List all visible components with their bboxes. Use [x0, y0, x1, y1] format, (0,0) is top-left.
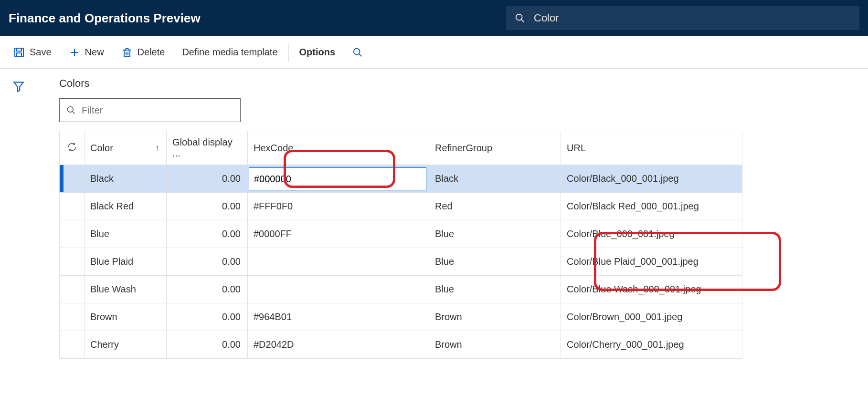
cell-hexcode[interactable]: #D2042D — [248, 331, 429, 359]
search-icon — [352, 47, 363, 58]
cell-url[interactable]: Color/Cherry_000_001.jpeg — [561, 331, 742, 359]
action-bar: Save New Delete Define media template Op… — [0, 36, 868, 69]
cell-url[interactable]: Color/Brown_000_001.jpeg — [561, 303, 742, 331]
grid-filter[interactable] — [59, 98, 241, 122]
svg-point-14 — [354, 48, 360, 54]
cell-display-order[interactable]: 0.00 — [167, 248, 248, 276]
table-row[interactable]: Brown0.00#964B01BrownColor/Brown_000_001… — [60, 303, 742, 331]
cell-hexcode[interactable] — [248, 276, 429, 303]
left-rail — [0, 69, 37, 415]
sort-asc-icon: ↑ — [155, 143, 159, 153]
search-icon — [515, 13, 525, 23]
table-row[interactable]: Cherry0.00#D2042DBrownColor/Cherry_000_0… — [60, 331, 742, 359]
cell-hexcode[interactable]: #0000FF — [248, 220, 429, 248]
colors-grid: Color ↑ Global display ... HexCode Refin… — [59, 131, 742, 359]
cell-hexcode[interactable] — [248, 165, 429, 193]
cell-hexcode[interactable]: #964B01 — [248, 303, 429, 331]
cell-refiner[interactable]: Blue — [429, 276, 561, 303]
plus-icon — [69, 47, 80, 58]
cell-color[interactable]: Blue — [85, 220, 167, 248]
row-marker[interactable] — [60, 248, 85, 276]
table-row[interactable]: Blue Plaid0.00BlueColor/Blue Plaid_000_0… — [60, 248, 742, 276]
cell-color[interactable]: Cherry — [85, 331, 167, 359]
cell-color[interactable]: Black — [85, 165, 167, 193]
cell-refiner[interactable]: Brown — [429, 303, 561, 331]
cell-url[interactable]: Color/Blue Plaid_000_001.jpeg — [561, 248, 742, 276]
row-marker[interactable] — [60, 220, 85, 248]
cell-refiner[interactable]: Black — [429, 165, 561, 193]
save-button[interactable]: Save — [5, 42, 60, 63]
new-label: New — [85, 47, 104, 58]
app-header: Finance and Operations Preview Color — [0, 0, 868, 36]
cell-url[interactable]: Color/Black_000_001.jpeg — [561, 165, 742, 193]
grid-header-row: Color ↑ Global display ... HexCode Refin… — [60, 131, 742, 165]
cell-display-order[interactable]: 0.00 — [167, 331, 248, 359]
cell-refiner[interactable]: Blue — [429, 248, 561, 276]
save-icon — [13, 47, 25, 58]
define-media-label: Define media template — [182, 47, 277, 58]
cell-display-order[interactable]: 0.00 — [167, 165, 248, 193]
svg-rect-3 — [17, 48, 21, 51]
cell-url[interactable]: Color/Blue Wash_000_001.jpeg — [561, 276, 742, 303]
column-header-refiner[interactable]: RefinerGroup — [429, 131, 561, 165]
cell-color[interactable]: Blue Plaid — [85, 248, 167, 276]
section-title: Colors — [59, 77, 868, 90]
svg-line-15 — [359, 53, 362, 56]
cell-color[interactable]: Black Red — [85, 193, 167, 220]
table-row[interactable]: Black0.00BlackColor/Black_000_001.jpeg — [60, 165, 742, 193]
app-title: Finance and Operations Preview — [9, 11, 201, 26]
search-icon — [66, 105, 76, 115]
define-media-button[interactable]: Define media template — [173, 42, 286, 62]
funnel-icon — [12, 80, 25, 93]
svg-point-0 — [516, 14, 522, 21]
cell-display-order[interactable]: 0.00 — [167, 303, 248, 331]
svg-line-1 — [521, 20, 524, 22]
table-row[interactable]: Black Red0.00#FFF0F0RedColor/Black Red_0… — [60, 193, 742, 220]
options-button[interactable]: Options — [291, 42, 344, 62]
row-marker[interactable] — [60, 303, 85, 331]
cell-hexcode[interactable]: #FFF0F0 — [248, 193, 429, 220]
main-content: Colors Color ↑ Global display ... HexCod… — [37, 69, 868, 415]
global-search-value: Color — [534, 12, 559, 24]
svg-line-18 — [73, 112, 75, 114]
column-header-hex[interactable]: HexCode — [248, 131, 429, 165]
row-marker[interactable] — [60, 276, 85, 303]
options-label: Options — [299, 47, 336, 58]
column-header-color[interactable]: Color ↑ — [85, 131, 167, 165]
svg-marker-16 — [14, 82, 23, 92]
table-row[interactable]: Blue Wash0.00BlueColor/Blue Wash_000_001… — [60, 276, 742, 303]
column-header-display[interactable]: Global display ... — [167, 131, 248, 165]
svg-rect-4 — [17, 53, 21, 57]
refresh-column-header[interactable] — [60, 131, 85, 165]
row-marker[interactable] — [60, 193, 85, 220]
cell-refiner[interactable]: Blue — [429, 220, 561, 248]
table-row[interactable]: Blue0.00#0000FFBlueColor/Blue_000_001.jp… — [60, 220, 742, 248]
column-header-url[interactable]: URL — [561, 131, 742, 165]
filter-pane-toggle[interactable] — [12, 80, 25, 415]
delete-label: Delete — [138, 47, 165, 58]
row-marker[interactable] — [60, 331, 85, 359]
cell-hexcode[interactable] — [248, 248, 429, 276]
toolbar-search-button[interactable] — [344, 42, 371, 62]
refresh-icon — [67, 142, 77, 152]
hexcode-input[interactable] — [249, 167, 426, 190]
svg-rect-7 — [124, 50, 130, 57]
global-search[interactable]: Color — [506, 6, 859, 30]
cell-refiner[interactable]: Brown — [429, 331, 561, 359]
cell-display-order[interactable]: 0.00 — [167, 276, 248, 303]
toolbar-divider — [288, 43, 289, 62]
cell-url[interactable]: Color/Blue_000_001.jpeg — [561, 220, 742, 248]
cell-color[interactable]: Blue Wash — [85, 276, 167, 303]
cell-display-order[interactable]: 0.00 — [167, 193, 248, 220]
grid-filter-input[interactable] — [82, 105, 233, 116]
save-label: Save — [30, 47, 52, 58]
cell-refiner[interactable]: Red — [429, 193, 561, 220]
row-marker[interactable] — [60, 165, 85, 193]
cell-url[interactable]: Color/Black Red_000_001.jpeg — [561, 193, 742, 220]
cell-display-order[interactable]: 0.00 — [167, 220, 248, 248]
cell-color[interactable]: Brown — [85, 303, 167, 331]
trash-icon — [121, 47, 133, 58]
svg-point-17 — [68, 107, 74, 113]
new-button[interactable]: New — [60, 42, 113, 63]
delete-button[interactable]: Delete — [113, 42, 174, 63]
